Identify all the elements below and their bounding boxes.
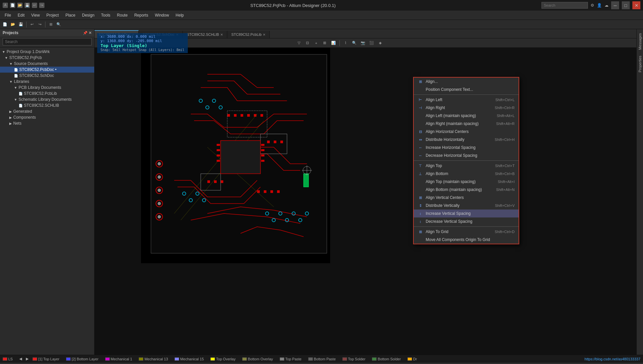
maximize-button[interactable]: □ (622, 1, 630, 9)
project-search-input[interactable] (3, 38, 92, 45)
menu-item-edit[interactable]: Edit (14, 12, 28, 19)
nav-prev[interactable]: ◀ (19, 357, 22, 361)
ctx-align-left-spacing[interactable]: Align Left (maintain spacing) Shift+Alt+… (414, 112, 519, 120)
tb-undo[interactable]: ↩ (32, 3, 37, 8)
tree-item-8[interactable]: ▼Schematic Library Documents (0, 96, 94, 102)
ctx-align-grid[interactable]: ⊞ Align To Grid Shift+Ctrl+D (414, 228, 519, 236)
tb-redo[interactable]: ↪ (39, 3, 44, 8)
tree-item-12[interactable]: ▶Nets (0, 120, 94, 126)
tree-item-1[interactable]: ▼STC89C52.PrjPcb (0, 55, 94, 61)
tree-item-10[interactable]: ▶Generated (0, 108, 94, 114)
tb-open[interactable]: 📂 (17, 3, 23, 8)
layer-top-overlay[interactable]: Top Overlay (210, 357, 236, 361)
menu-item-help[interactable]: Help (172, 12, 187, 19)
pcb-canvas[interactable] (141, 48, 330, 263)
layer-mech15[interactable]: Mechanical 15 (175, 357, 204, 361)
layer-bottom-solder[interactable]: Bottom Solder (372, 357, 401, 361)
tb-new[interactable]: 📄 (10, 3, 15, 8)
menu-item-design[interactable]: Design (79, 12, 98, 19)
menu-item-place[interactable]: Place (62, 12, 79, 19)
toolbar-zoom-fit[interactable]: ⊞ (47, 21, 54, 28)
ctx-increase-v-spacing[interactable]: ↕ Increase Vertical Spacing (414, 210, 519, 217)
tab-3[interactable]: STC89C52.PcbLib✕ (227, 31, 270, 38)
ctx-align-hcenter[interactable]: ⊟ Align Horizontal Centers (414, 128, 519, 136)
tree-item-2[interactable]: ▼Source Documents (0, 61, 94, 67)
minimize-button[interactable]: ─ (611, 1, 619, 9)
ctx-align-right[interactable]: ⊣ Align Right Shift+Ctrl+R (414, 104, 519, 112)
tab-2[interactable]: STC89C52.SCHLIB✕ (183, 31, 227, 38)
pcb-zoom-sel[interactable]: ⊡ (304, 39, 311, 47)
right-tab-messages[interactable]: Messages (637, 30, 643, 52)
tab-close-3[interactable]: ✕ (263, 33, 265, 36)
layer-mech1[interactable]: Mechanical 1 (105, 357, 132, 361)
panel-close[interactable]: ✕ (89, 31, 92, 35)
layer-bottom-paste[interactable]: Bottom Paste (308, 357, 336, 361)
menu-item-project[interactable]: Project (43, 12, 62, 19)
menu-item-file[interactable]: File (1, 12, 14, 19)
toolbar-zoom-in[interactable]: 🔍 (55, 21, 62, 28)
menu-item-window[interactable]: Window (152, 12, 173, 19)
layer-bottom[interactable]: [2] Bottom Layer (66, 357, 99, 361)
ctx-align-vcenter[interactable]: ⊞ Align Vertical Centers (414, 194, 519, 202)
tree-item-5[interactable]: ▼Libraries (0, 79, 94, 85)
tree-item-3[interactable]: 📄STC89C52.PcbDoc • (0, 67, 94, 73)
pcb-3d[interactable]: ⬛ (368, 39, 375, 47)
ctx-align-left[interactable]: ⊢ Align Left Shift+Ctrl+L (414, 96, 519, 104)
ctx-distribute-h[interactable]: ⇔ Distribute Horizontally Shift+Ctrl+H (414, 136, 519, 144)
ctx-align-top-spacing[interactable]: Align Top (maintain spacing) Shift+Alt+I (414, 178, 519, 186)
cloud-icon[interactable]: ☁ (605, 3, 608, 8)
menu-item-route[interactable]: Route (114, 12, 131, 19)
pcb-highlight[interactable]: ◈ (377, 39, 384, 47)
pcb-filter[interactable]: ▽ (295, 39, 303, 47)
tree-item-4[interactable]: 📄STC89C52.SchDoc (0, 73, 94, 79)
menu-item-tools[interactable]: Tools (98, 12, 114, 19)
toolbar-save[interactable]: 💾 (17, 21, 25, 28)
tree-item-7[interactable]: 📄STC89C52.PcbLib (0, 91, 94, 96)
user-icon[interactable]: 👤 (597, 3, 602, 8)
ctx-decrease-h-spacing[interactable]: ↔ Decrease Horizontal Spacing (414, 152, 519, 159)
ctx-align-right-spacing[interactable]: Align Right (maintain spacing) Shift+Alt… (414, 120, 519, 128)
right-tab-properties[interactable]: Properties (637, 53, 643, 75)
menu-item-reports[interactable]: Reports (131, 12, 152, 19)
global-search-input[interactable] (541, 2, 588, 9)
tab-close-2[interactable]: ✕ (220, 33, 223, 36)
toolbar-undo[interactable]: ↩ (28, 21, 36, 28)
toolbar-open[interactable]: 📂 (9, 21, 17, 28)
pcb-route[interactable]: ⌇ (342, 39, 349, 47)
pcb-inspect[interactable]: 🔍 (351, 39, 358, 47)
layer-top[interactable]: [1] Top Layer (33, 357, 59, 361)
pcb-grid[interactable]: ⊞ (321, 39, 328, 47)
layer-ls[interactable]: LS (3, 357, 13, 361)
ctx-align-top[interactable]: ⊤ Align Top Shift+Ctrl+T (414, 162, 519, 170)
nav-next[interactable]: ▶ (26, 357, 29, 361)
ctx-align-header[interactable]: ⊞ Align... (414, 78, 519, 86)
layer-bottom-overlay[interactable]: Bottom Overlay (242, 357, 273, 361)
ctx-increase-h-spacing[interactable]: ↔ Increase Horizontal Spacing (414, 144, 519, 152)
ctx-decrease-v-spacing[interactable]: ↕ Decrease Vertical Spacing (414, 217, 519, 225)
toolbar-new[interactable]: 📄 (1, 21, 9, 28)
tree-item-9[interactable]: 📄STC89C52.SCHLIB (0, 102, 94, 108)
tb-save[interactable]: 💾 (25, 3, 30, 8)
pcb-canvas-area[interactable]: ⊞ Align... Position Component Text... ⊢ … (95, 48, 636, 355)
tree-item-6[interactable]: ▼PCB Library Documents (0, 85, 94, 91)
close-button[interactable]: ✕ (632, 1, 640, 9)
pcb-add[interactable]: + (313, 39, 320, 47)
tree-item-0[interactable]: ▼Project Group 1.DsnWrk (0, 49, 94, 55)
ctx-move-origin[interactable]: Move All Components Origin To Grid (414, 236, 519, 244)
layer-top-solder[interactable]: Top Solder (342, 357, 366, 361)
layer-top-paste[interactable]: Top Paste (280, 357, 302, 361)
layer-dr[interactable]: Dr (407, 357, 417, 361)
settings-icon[interactable]: ⚙ (591, 3, 594, 8)
url-link[interactable]: https://blog.csdn.net/as480133337 (585, 357, 640, 361)
tree-item-11[interactable]: ▶Components (0, 114, 94, 120)
ctx-distribute-v[interactable]: ⇕ Distribute Vertically Shift+Ctrl+V (414, 202, 519, 210)
panel-pin[interactable]: 📌 (83, 31, 88, 35)
layer-mech13[interactable]: Mechanical 13 (139, 357, 168, 361)
toolbar-redo[interactable]: ↪ (36, 21, 43, 28)
pcb-chart[interactable]: 📊 (330, 39, 337, 47)
menu-item-view[interactable]: View (28, 12, 43, 19)
ctx-position-text[interactable]: Position Component Text... (414, 86, 519, 93)
pcb-camera[interactable]: 📷 (359, 39, 367, 47)
ctx-align-bottom[interactable]: ⊥ Align Bottom Shift+Ctrl+B (414, 170, 519, 178)
ctx-align-bottom-spacing[interactable]: Align Bottom (maintain spacing) Shift+Al… (414, 186, 519, 194)
